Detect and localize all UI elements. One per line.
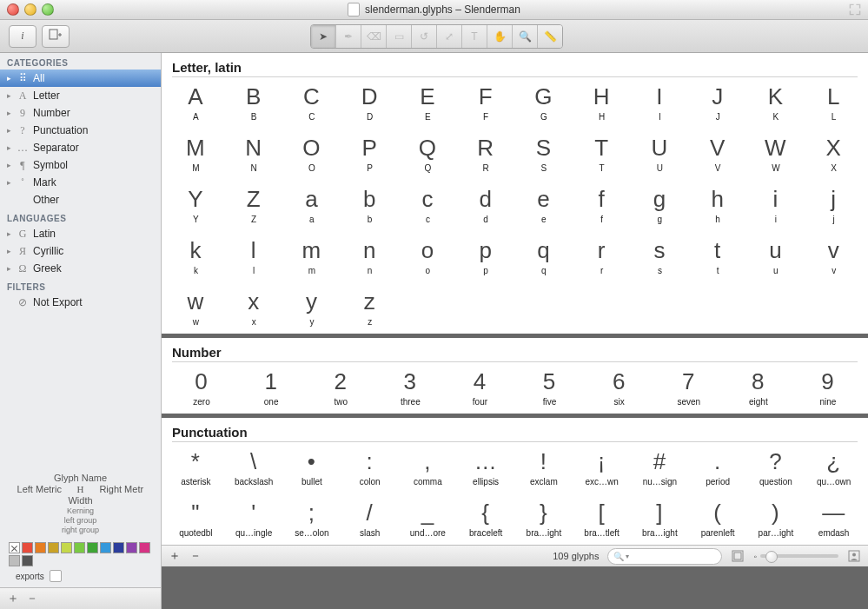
glyph-cell[interactable]: *asterisk [167,442,225,488]
glyph-cell[interactable]: _und…ore [399,493,457,539]
glyph-cell[interactable]: JJ [689,77,747,123]
glyph-cell[interactable]: II [631,77,689,123]
glyph-cell[interactable]: dd [457,180,515,226]
glyph-cell[interactable]: gg [631,180,689,226]
glyph-cell[interactable]: uu [747,231,805,277]
glyph-cell[interactable]: 1one [236,362,306,408]
glyph-cell[interactable]: 4four [445,362,514,408]
glyph-cell[interactable]: vv [805,231,863,277]
glyph-cell[interactable]: BB [225,77,283,123]
glyph-cell[interactable]: }bra…ight [515,493,573,539]
preview-user-icon[interactable] [847,549,861,563]
sidebar-item-symbol[interactable]: ▸¶Symbol [0,156,161,174]
color-swatch[interactable] [139,542,150,553]
add-button[interactable] [42,25,70,48]
glyph-cell[interactable]: 0zero [167,362,236,408]
glyph-cell[interactable]: pp [457,231,515,277]
sidebar-item-separator[interactable]: ▸…Separator [0,139,161,156]
minimize-icon[interactable] [24,3,36,16]
glyph-cell[interactable]: ;se…olon [283,493,341,539]
glyph-cell[interactable]: 9nine [793,362,863,408]
glyph-cell[interactable]: #nu…sign [631,442,689,488]
eraser-tool-icon[interactable]: ⌫ [361,25,387,48]
glyph-cell[interactable]: !exclam [515,442,573,488]
glyph-cell[interactable]: ZZ [225,180,283,226]
glyph-cell[interactable]: (parenleft [689,493,747,539]
fullscreen-icon[interactable] [849,3,861,16]
glyph-cell[interactable]: RR [457,129,515,175]
glyph-cell[interactable]: {braceleft [457,493,515,539]
glyph-cell[interactable]: EE [399,77,457,123]
color-swatch[interactable] [35,542,46,553]
glyph-cell[interactable]: ¿qu…own [805,442,863,488]
glyph-cell[interactable]: cc [399,180,457,226]
color-swatch[interactable] [74,542,85,553]
remove-filter-button[interactable]: － [26,591,38,606]
glyph-cell[interactable]: kk [167,231,225,277]
glyph-cell[interactable]: jj [805,180,863,226]
glyph-cell[interactable]: TT [573,129,631,175]
glyph-cell[interactable]: 2two [306,362,375,408]
glyph-cell[interactable]: GG [515,77,573,123]
glyph-cell[interactable]: SS [515,129,573,175]
glyph-cell[interactable]: •bullet [283,442,341,488]
zoom-tool-icon[interactable]: 🔍 [513,25,538,48]
remove-glyph-button[interactable]: － [189,548,202,564]
glyph-cell[interactable]: FF [457,77,515,123]
glyph-cell[interactable]: :colon [341,442,399,488]
glyph-cell[interactable]: 5five [514,362,584,408]
color-swatch[interactable] [48,542,59,553]
glyph-cell[interactable]: XX [805,129,863,175]
glyph-cell[interactable]: xx [225,282,283,328]
measure-tool-icon[interactable]: 📏 [538,25,562,48]
glyph-cell[interactable]: 'qu…ingle [225,493,283,539]
zoom-thumb[interactable] [765,551,778,563]
color-swatch[interactable] [126,542,137,553]
zoom-icon[interactable] [42,3,54,16]
color-swatch[interactable] [9,542,20,553]
search-scope-dropdown-icon[interactable]: ▾ [626,553,629,560]
sidebar-item-cyrillic[interactable]: ▸ЯCyrillic [0,242,161,260]
glyph-cell[interactable]: ee [515,180,573,226]
glyph-cell[interactable]: OO [283,129,341,175]
glyph-cell[interactable]: ff [573,180,631,226]
glyph-cell[interactable]: ¡exc…wn [573,442,631,488]
sidebar-item-other[interactable]: Other [0,191,161,209]
hand-tool-icon[interactable]: ✋ [487,25,513,48]
close-icon[interactable] [7,3,19,16]
glyph-cell[interactable]: zz [341,282,399,328]
undo-tool-icon[interactable]: ↺ [412,25,437,48]
zoom-track[interactable] [760,554,838,558]
glyph-cell[interactable]: CC [283,77,341,123]
glyph-cell[interactable]: ,comma [399,442,457,488]
glyph-cell[interactable]: ?question [747,442,805,488]
glyph-cell[interactable]: AA [167,77,225,123]
add-glyph-button[interactable]: ＋ [169,548,181,564]
glyph-cell[interactable]: …ellipsis [457,442,515,488]
glyph-cell[interactable]: HH [573,77,631,123]
glyph-cell[interactable]: .period [689,442,747,488]
color-swatch[interactable] [9,555,20,566]
color-swatch[interactable] [22,555,33,566]
glyph-cell[interactable]: nn [341,231,399,277]
glyph-cell[interactable]: ii [747,180,805,226]
glyph-cell[interactable]: yy [283,282,341,328]
sidebar-item-mark[interactable]: ▸˚Mark [0,174,161,191]
glyph-cell[interactable]: ]bra…ight [631,493,689,539]
sidebar-item-latin[interactable]: ▸GLatin [0,225,161,242]
glyph-cell[interactable]: qq [515,231,573,277]
exports-checkbox[interactable] [50,570,62,582]
info-button[interactable]: i [9,25,36,48]
glyph-cell[interactable]: aa [283,180,341,226]
sidebar-item-not-export[interactable]: ⊘Not Export [0,294,161,311]
pointer-tool-icon[interactable]: ➤ [311,25,336,48]
color-swatch[interactable] [113,542,124,553]
glyph-cell[interactable]: oo [399,231,457,277]
add-filter-button[interactable]: ＋ [7,591,19,606]
glyph-cell[interactable]: LL [805,77,863,123]
search-input[interactable]: 🔍 ▾ [607,548,722,565]
color-swatch[interactable] [61,542,72,553]
glyph-cell[interactable]: 7seven [654,362,724,408]
glyph-cell[interactable]: QQ [399,129,457,175]
glyph-cell[interactable]: DD [341,77,399,123]
